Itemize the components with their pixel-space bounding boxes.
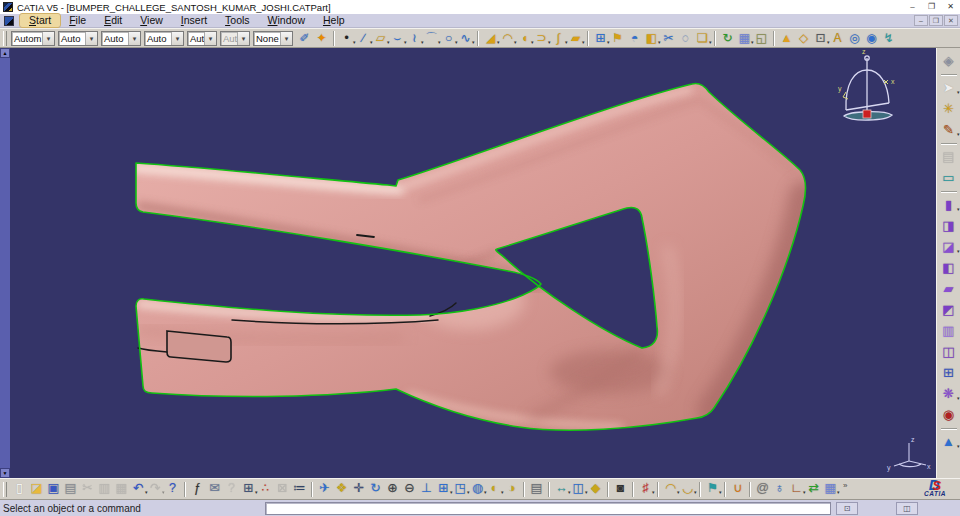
cone-analysis-icon[interactable]: ▲ <box>779 30 795 47</box>
untrim-icon[interactable]: ◓ <box>627 30 643 47</box>
measure-item-icon[interactable]: ◫ <box>571 480 587 498</box>
maximize-button[interactable]: ❐ <box>922 0 941 14</box>
line-icon[interactable]: ∕ <box>356 30 372 47</box>
undo-icon[interactable]: ↶ <box>131 480 147 498</box>
status-expand-button[interactable]: ⊡ <box>836 502 858 515</box>
pan-icon[interactable]: ✛ <box>351 480 367 498</box>
mass-properties-icon[interactable]: ◆ <box>588 480 604 498</box>
doc-minimize-button[interactable]: – <box>914 15 928 26</box>
sketcher-icon[interactable]: ✎ <box>939 120 959 141</box>
curvature-analysis-icon[interactable]: ◡ <box>680 480 696 498</box>
menu-start[interactable]: Start <box>20 14 60 27</box>
chevron-down-icon[interactable]: ▾ <box>42 32 54 45</box>
bumper-model[interactable] <box>136 83 805 430</box>
power-input-field[interactable] <box>265 502 831 515</box>
toolbar-grip[interactable] <box>3 31 7 46</box>
slot-icon[interactable]: ◫ <box>939 342 959 363</box>
menu-tools[interactable]: Tools <box>216 14 259 27</box>
record-icon[interactable]: ◉ <box>939 405 959 426</box>
iso-view-icon[interactable]: ◳ <box>453 480 469 498</box>
toolbar-overflow-chevron[interactable]: » <box>843 481 847 490</box>
hide-show-icon[interactable]: ◐ <box>487 480 503 498</box>
multi-view-icon[interactable]: ⊞ <box>436 480 452 498</box>
print-icon[interactable]: ▤ <box>63 480 79 498</box>
open-folder-icon[interactable]: ◪ <box>29 480 45 498</box>
spline-icon[interactable]: ∿ <box>458 30 474 47</box>
filter-combo-2[interactable]: Auto▾ <box>58 31 98 46</box>
doc-restore-button[interactable]: ❐ <box>929 15 943 26</box>
text-annotation-icon[interactable]: A <box>830 30 846 47</box>
zoom-out-icon[interactable]: ⊖ <box>402 480 418 498</box>
point-icon[interactable]: • <box>339 30 355 47</box>
draft-analysis-icon[interactable]: ∪ <box>730 480 746 498</box>
menu-insert[interactable]: Insert <box>172 14 216 27</box>
chevron-down-icon[interactable]: ▾ <box>237 32 249 45</box>
render-style-icon[interactable]: ◍ <box>470 480 486 498</box>
www-icon[interactable]: ♁ <box>772 480 788 498</box>
minimize-button[interactable]: – <box>903 0 922 14</box>
exchange-icon[interactable]: ⇄ <box>806 480 822 498</box>
formula-icon[interactable]: ƒ <box>190 480 206 498</box>
toolbar-grip[interactable] <box>3 482 7 497</box>
boxed-sphere-icon[interactable]: ◉ <box>864 30 880 47</box>
workbench-icon[interactable]: ◈ <box>939 51 959 72</box>
catalog-icon[interactable]: ⊞ <box>939 363 959 384</box>
sweep-surface-icon[interactable]: ∫ <box>551 30 567 47</box>
whats-this-icon[interactable]: ? <box>165 480 181 498</box>
multi-pad-icon[interactable]: ◪ <box>939 237 959 258</box>
connect-checker-icon[interactable]: ◠ <box>663 480 679 498</box>
sphere-surface-icon[interactable]: ◖ <box>517 30 533 47</box>
pad-icon[interactable]: ▮ <box>939 195 959 216</box>
axis-system-icon[interactable]: ∟ <box>789 480 805 498</box>
close-button[interactable]: ✕ <box>941 0 960 14</box>
facet-icon[interactable]: ◇ <box>796 30 812 47</box>
rotate-icon[interactable]: ↻ <box>368 480 384 498</box>
extrude-surface-icon[interactable]: ◢ <box>483 30 499 47</box>
mask-icon[interactable]: ◱ <box>754 30 770 47</box>
chevron-down-icon[interactable]: ▾ <box>85 32 97 45</box>
menu-help[interactable]: Help <box>314 14 354 27</box>
projection-icon[interactable]: ⌣ <box>390 30 406 47</box>
circle-icon[interactable]: ○ <box>441 30 457 47</box>
healing-icon[interactable]: ⚑ <box>610 30 626 47</box>
select-icon[interactable]: ➤ <box>939 78 959 99</box>
filter-combo-7[interactable]: None▾ <box>253 31 293 46</box>
filter-combo-4[interactable]: Auto▾ <box>144 31 184 46</box>
join-surfaces-icon[interactable]: ⊞ <box>593 30 609 47</box>
offset-surface-icon[interactable]: ⊃ <box>534 30 550 47</box>
extract-icon[interactable]: ❏ <box>695 30 711 47</box>
split-icon[interactable]: ◧ <box>644 30 660 47</box>
comment-icon[interactable]: ✉ <box>207 480 223 498</box>
corner-icon[interactable]: ⌒ <box>424 30 440 47</box>
drafted-pad-icon[interactable]: ◨ <box>939 216 959 237</box>
surface-analysis-icon[interactable]: ⚑ <box>705 480 721 498</box>
boundary-icon[interactable]: ◌ <box>678 30 694 47</box>
pocket-icon[interactable]: ◧ <box>939 258 959 279</box>
plane-icon[interactable]: ▱ <box>373 30 389 47</box>
filter-combo-5[interactable]: Aut▾ <box>187 31 217 46</box>
new-document-icon[interactable]: ▯ <box>12 480 28 498</box>
groove-icon[interactable]: ◩ <box>939 300 959 321</box>
menu-view[interactable]: View <box>131 14 172 27</box>
swap-space-icon[interactable]: ◑ <box>504 480 520 498</box>
menu-file[interactable]: File <box>60 14 95 27</box>
chevron-down-icon[interactable]: ▾ <box>171 32 183 45</box>
normal-view-icon[interactable]: ⊥ <box>419 480 435 498</box>
chevron-down-icon[interactable]: ▾ <box>204 32 216 45</box>
light-source-icon[interactable]: ⊡ <box>813 30 829 47</box>
filter-combo-1[interactable]: Autom:▾ <box>11 31 55 46</box>
small-axis-icon[interactable]: ↯ <box>881 30 897 47</box>
doc-close-button[interactable]: ✕ <box>944 15 958 26</box>
shaft-icon[interactable]: ▰ <box>939 279 959 300</box>
plane-view-icon[interactable]: ▭ <box>939 168 959 189</box>
trim-icon[interactable]: ✂ <box>661 30 677 47</box>
fly-mode-icon[interactable]: ✈ <box>317 480 333 498</box>
capture-icon[interactable]: ▤ <box>529 480 545 498</box>
rib-icon[interactable]: ▥ <box>939 321 959 342</box>
view-compass[interactable]: z y x <box>838 48 895 120</box>
grid-snap-icon[interactable]: ▦ <box>737 30 753 47</box>
menu-edit[interactable]: Edit <box>95 14 131 27</box>
product-structure-icon[interactable]: ∴ <box>258 480 274 498</box>
equation-icon[interactable]: ≔ <box>292 480 308 498</box>
fill-surface-icon[interactable]: ▰ <box>568 30 584 47</box>
